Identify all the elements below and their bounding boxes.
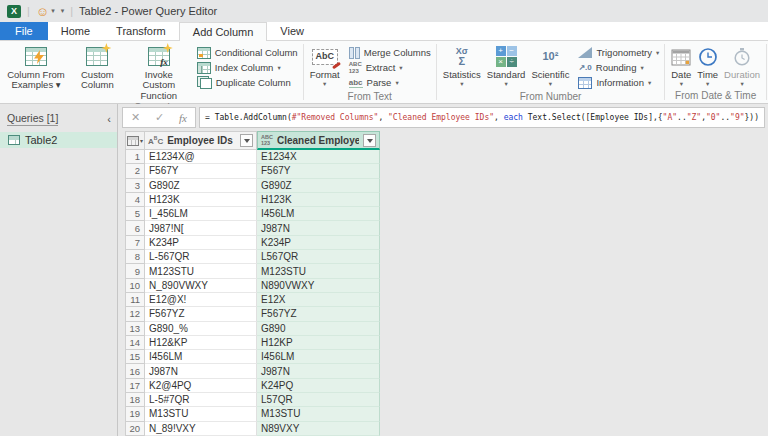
cell-employee-id[interactable]: I_456LM	[145, 207, 257, 221]
cell-cleaned-employee-id[interactable]: G890	[257, 322, 380, 336]
row-number[interactable]: 12	[125, 307, 145, 321]
query-item-table2[interactable]: Table2	[0, 132, 117, 148]
cell-employee-id[interactable]: K2@4PQ	[145, 379, 257, 393]
row-number[interactable]: 2	[125, 164, 145, 178]
cell-cleaned-employee-id[interactable]: E1234X	[257, 150, 380, 164]
cell-cleaned-employee-id[interactable]: N890VWXY	[257, 279, 380, 293]
row-number[interactable]: 13	[125, 322, 145, 336]
cell-employee-id[interactable]: F567YZ	[145, 307, 257, 321]
custom-column-button[interactable]: Custom Column	[68, 42, 127, 91]
fx-icon[interactable]: fx	[179, 112, 187, 124]
standard-button[interactable]: +−×÷Standard▾	[484, 42, 529, 87]
duration-button[interactable]: Duration▾	[721, 42, 763, 87]
any-type-icon[interactable]: ABC123	[261, 134, 273, 146]
filter-dropdown-button[interactable]	[363, 134, 376, 147]
row-number[interactable]: 5	[125, 207, 145, 221]
formula-input[interactable]: = Table.AddColumn(#"Removed Columns", "C…	[199, 107, 765, 128]
cell-employee-id[interactable]: E12@X!	[145, 293, 257, 307]
row-number[interactable]: 20	[125, 422, 145, 436]
rounding-button[interactable]: ↗.0Rounding▾	[576, 60, 661, 75]
cell-cleaned-employee-id[interactable]: H123K	[257, 193, 380, 207]
extract-button[interactable]: ABC123Extract▾	[347, 60, 433, 75]
collapse-pane-button[interactable]: ‹	[107, 114, 111, 125]
cell-cleaned-employee-id[interactable]: N89VXY	[257, 422, 380, 436]
cell-employee-id[interactable]: M123STU	[145, 264, 257, 278]
cell-employee-id[interactable]: J987N	[145, 364, 257, 378]
quick-access-dropdown-icon[interactable]: ▾	[61, 7, 65, 15]
cell-cleaned-employee-id[interactable]: I456LM	[257, 350, 380, 364]
cell-employee-id[interactable]: F567Y	[145, 164, 257, 178]
row-number[interactable]: 17	[125, 379, 145, 393]
row-number[interactable]: 6	[125, 221, 145, 235]
select-all-button[interactable]: ▾	[125, 131, 145, 150]
date-button[interactable]: Date▾	[668, 42, 694, 87]
cell-cleaned-employee-id[interactable]: L567QR	[257, 250, 380, 264]
scientific-button[interactable]: 10²Scientific▾	[528, 42, 572, 87]
index-column-button[interactable]: Index Column▾	[195, 60, 300, 75]
cell-cleaned-employee-id[interactable]: L57QR	[257, 393, 380, 407]
statistics-button[interactable]: ΧσΣStatistics▾	[440, 42, 484, 87]
row-number[interactable]: 3	[125, 179, 145, 193]
feedback-smiley-button[interactable]: ☺ ▾	[36, 5, 55, 18]
column-header-employee-ids[interactable]: ABC Employee IDs	[145, 131, 257, 150]
row-number[interactable]: 10	[125, 279, 145, 293]
conditional-column-button[interactable]: Conditional Column	[195, 45, 300, 60]
row-number[interactable]: 16	[125, 364, 145, 378]
row-number[interactable]: 7	[125, 236, 145, 250]
cell-cleaned-employee-id[interactable]: M123STU	[257, 264, 380, 278]
cell-employee-id[interactable]: N_89!VXY	[145, 422, 257, 436]
cell-cleaned-employee-id[interactable]: K24PQ	[257, 379, 380, 393]
cancel-formula-icon[interactable]: ✕	[131, 112, 140, 123]
column-header-cleaned-employee-ids[interactable]: ABC123 Cleaned Employee IDs	[257, 131, 380, 150]
column-from-examples-button[interactable]: Column From Examples ▾	[4, 42, 68, 91]
cell-employee-id[interactable]: K234P	[145, 236, 257, 250]
filter-dropdown-button[interactable]	[240, 134, 253, 147]
cell-employee-id[interactable]: L-5#7QR	[145, 393, 257, 407]
row-number[interactable]: 14	[125, 336, 145, 350]
cell-employee-id[interactable]: G890_%	[145, 322, 257, 336]
row-number[interactable]: 11	[125, 293, 145, 307]
duplicate-column-button[interactable]: Duplicate Column	[195, 75, 300, 90]
cell-cleaned-employee-id[interactable]: G890Z	[257, 179, 380, 193]
cell-cleaned-employee-id[interactable]: J987N	[257, 364, 380, 378]
cell-cleaned-employee-id[interactable]: I456LM	[257, 207, 380, 221]
cell-cleaned-employee-id[interactable]: E12X	[257, 293, 380, 307]
cell-cleaned-employee-id[interactable]: F567Y	[257, 164, 380, 178]
row-number[interactable]: 8	[125, 250, 145, 264]
information-button[interactable]: Information▾	[576, 75, 661, 90]
cell-employee-id[interactable]: N_890VWXY	[145, 279, 257, 293]
row-number[interactable]: 1	[125, 150, 145, 164]
time-button[interactable]: Time▾	[694, 42, 721, 87]
row-number[interactable]: 19	[125, 407, 145, 421]
tab-home[interactable]: Home	[48, 22, 103, 40]
tab-view[interactable]: View	[267, 22, 317, 40]
row-number[interactable]: 15	[125, 350, 145, 364]
tab-file[interactable]: File	[0, 22, 48, 40]
cell-cleaned-employee-id[interactable]: H12KP	[257, 336, 380, 350]
trigonometry-button[interactable]: Trigonometry▾	[576, 45, 661, 60]
tab-add-column[interactable]: Add Column	[179, 22, 268, 41]
cell-employee-id[interactable]: L-567QR	[145, 250, 257, 264]
cell-employee-id[interactable]: E1234X@	[145, 150, 257, 164]
confirm-formula-icon[interactable]: ✓	[155, 112, 164, 123]
row-number[interactable]: 9	[125, 264, 145, 278]
cell-employee-id[interactable]: H12&KP	[145, 336, 257, 350]
text-type-icon[interactable]: ABC	[148, 136, 163, 146]
cell-employee-id[interactable]: J987!N[	[145, 221, 257, 235]
cell-employee-id[interactable]: I456LM	[145, 350, 257, 364]
cell-employee-id[interactable]: G890Z	[145, 179, 257, 193]
cell-cleaned-employee-id[interactable]: J987N	[257, 221, 380, 235]
invoke-custom-function-button[interactable]: fxInvoke Custom Function	[127, 42, 191, 101]
cell-cleaned-employee-id[interactable]: M13STU	[257, 407, 380, 421]
cell-cleaned-employee-id[interactable]: F567YZ	[257, 307, 380, 321]
parse-button[interactable]: abcParse▾	[347, 75, 433, 90]
format-button[interactable]: AbCFormat▾	[307, 42, 343, 87]
row-number[interactable]: 4	[125, 193, 145, 207]
merge-columns-button[interactable]: Merge Columns	[347, 45, 433, 60]
cell-cleaned-employee-id[interactable]: K234P	[257, 236, 380, 250]
tab-transform[interactable]: Transform	[103, 22, 179, 40]
expand-formula-button[interactable]	[759, 107, 765, 128]
cell-employee-id[interactable]: M13STU	[145, 407, 257, 421]
row-number[interactable]: 18	[125, 393, 145, 407]
cell-employee-id[interactable]: H123K	[145, 193, 257, 207]
